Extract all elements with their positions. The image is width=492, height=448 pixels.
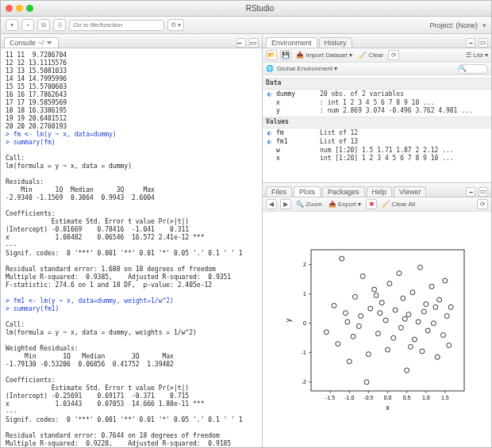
env-row[interactable]: wnum [1:20] 1.5 1.71 1.87 2 2.12 ... bbox=[267, 147, 486, 155]
plot-zoom-button[interactable]: 🔍 Zoom bbox=[294, 201, 324, 208]
svg-point-70 bbox=[374, 293, 379, 297]
svg-text:-2: -2 bbox=[302, 379, 306, 385]
tab-help[interactable]: Help bbox=[367, 186, 393, 197]
svg-point-47 bbox=[398, 325, 403, 330]
tab-environment[interactable]: Environment bbox=[266, 37, 317, 48]
svg-point-41 bbox=[383, 318, 388, 323]
main-toolbar: ▾ + ⧉ ⎙ ⚙ ▾ Project: (None) ▾ bbox=[1, 17, 491, 34]
pane-max-icon[interactable]: ▭ bbox=[479, 38, 488, 48]
env-row[interactable]: ◐fmList of 12 bbox=[267, 129, 486, 138]
svg-point-50 bbox=[406, 312, 411, 317]
svg-text:-1.5: -1.5 bbox=[325, 395, 335, 400]
svg-point-56 bbox=[424, 302, 429, 307]
env-tabstrip: Environment History ‒ ▭ bbox=[263, 34, 491, 48]
svg-text:-1: -1 bbox=[302, 350, 306, 355]
svg-point-29 bbox=[336, 342, 340, 347]
svg-point-36 bbox=[364, 380, 369, 385]
svg-text:2: 2 bbox=[303, 262, 306, 267]
window-title: RStudio bbox=[33, 4, 486, 13]
svg-point-30 bbox=[340, 256, 344, 261]
svg-point-61 bbox=[437, 297, 442, 302]
svg-point-58 bbox=[429, 284, 434, 289]
refresh-plot-button[interactable]: ⟳ bbox=[477, 199, 488, 209]
svg-point-33 bbox=[352, 294, 357, 299]
plot-next-button[interactable]: ▶ bbox=[280, 199, 291, 209]
list-mode-button[interactable]: ☰ List ▾ bbox=[466, 52, 488, 59]
svg-point-71 bbox=[408, 344, 413, 349]
svg-point-64 bbox=[444, 313, 449, 318]
plot-export-button[interactable]: 📤 Export ▾ bbox=[327, 201, 363, 208]
svg-point-59 bbox=[431, 321, 436, 326]
svg-point-55 bbox=[420, 349, 425, 354]
print-button[interactable]: ⎙ bbox=[53, 19, 66, 31]
console-output[interactable]: 11 11 9.7286704 12 12 13.1115576 13 13 1… bbox=[1, 48, 262, 447]
plots-tabstrip: FilesPlotsPackagesHelpViewer‒▭ bbox=[263, 183, 491, 197]
save-ws-button[interactable]: 💾 bbox=[280, 50, 291, 60]
svg-text:0.5: 0.5 bbox=[403, 395, 411, 400]
tab-console[interactable]: Console ~/ ⏷ bbox=[4, 37, 59, 48]
tab-files[interactable]: Files bbox=[266, 186, 292, 197]
tab-history[interactable]: History bbox=[319, 37, 352, 48]
env-row[interactable]: xint [1:20] 1 2 3 4 5 6 7 8 9 10 ... bbox=[267, 155, 486, 163]
plot-clear-button[interactable]: 🧹 Clear All bbox=[380, 201, 417, 208]
addins-button[interactable]: ⚙ ▾ bbox=[167, 19, 184, 31]
console-tabstrip: Console ~/ ⏷ ‒ ▭ bbox=[1, 34, 262, 48]
tab-packages[interactable]: Packages bbox=[322, 186, 365, 197]
svg-point-67 bbox=[351, 334, 356, 339]
svg-point-52 bbox=[412, 337, 417, 342]
pane-min-icon[interactable]: ‒ bbox=[236, 38, 246, 48]
pane-min-icon[interactable]: ‒ bbox=[466, 38, 475, 48]
minimize-icon[interactable] bbox=[16, 5, 23, 12]
env-scope[interactable]: Global Environment ▾ bbox=[277, 65, 338, 72]
clear-env-button[interactable]: 🧹 Clear bbox=[357, 52, 385, 59]
svg-text:1.0: 1.0 bbox=[422, 395, 430, 400]
globe-icon: 🌐 bbox=[266, 65, 274, 72]
env-scope-bar: 🌐 Global Environment ▾ bbox=[263, 63, 491, 75]
svg-text:1: 1 bbox=[303, 291, 306, 297]
titlebar: RStudio bbox=[1, 1, 491, 17]
pane-max-icon[interactable]: ▭ bbox=[249, 38, 259, 48]
pane-min-icon[interactable]: ‒ bbox=[466, 187, 475, 197]
import-dataset-button[interactable]: 📥 Import Dataset ▾ bbox=[294, 52, 354, 59]
refresh-env-button[interactable]: ⟳ bbox=[388, 50, 399, 60]
zoom-icon[interactable] bbox=[26, 5, 33, 12]
open-file-button[interactable]: + bbox=[21, 19, 34, 31]
project-label[interactable]: Project: (None) bbox=[429, 21, 478, 29]
env-row[interactable]: x: int 1 2 3 4 5 6 7 8 9 10 ... bbox=[267, 99, 486, 108]
svg-point-69 bbox=[366, 352, 371, 357]
new-file-button[interactable]: ▾ bbox=[6, 19, 18, 31]
load-ws-button[interactable]: 📂 bbox=[266, 50, 277, 60]
env-row[interactable]: ◐dummy20 obs. of 2 variables bbox=[267, 90, 486, 99]
save-button[interactable]: ⧉ bbox=[37, 19, 50, 31]
svg-text:-0.5: -0.5 bbox=[363, 395, 373, 400]
env-row[interactable]: y: num 2.869 3.074 -0.496 3.762 4.981 ..… bbox=[267, 107, 486, 116]
tab-plots[interactable]: Plots bbox=[294, 186, 321, 197]
tab-viewer[interactable]: Viewer bbox=[394, 186, 426, 197]
svg-point-76 bbox=[378, 311, 382, 316]
svg-point-35 bbox=[360, 274, 365, 278]
svg-point-37 bbox=[368, 306, 373, 311]
svg-point-34 bbox=[356, 324, 361, 328]
svg-point-27 bbox=[324, 330, 329, 335]
svg-point-74 bbox=[433, 304, 438, 309]
svg-text:1.5: 1.5 bbox=[441, 395, 449, 400]
goto-input[interactable] bbox=[69, 20, 164, 31]
env-row[interactable]: ◐fm1List of 13 bbox=[267, 138, 486, 147]
project-menu-icon[interactable]: ▾ bbox=[481, 21, 486, 29]
pane-max-icon[interactable]: ▭ bbox=[479, 187, 488, 197]
svg-point-40 bbox=[379, 301, 384, 305]
plot-prev-button[interactable]: ◀ bbox=[266, 199, 277, 209]
svg-point-68 bbox=[359, 313, 363, 318]
svg-text:y: y bbox=[284, 318, 292, 322]
env-search[interactable] bbox=[458, 64, 488, 74]
svg-point-49 bbox=[405, 368, 409, 373]
plot-remove-button[interactable]: ✖ bbox=[366, 199, 377, 209]
svg-point-48 bbox=[401, 296, 406, 301]
svg-point-53 bbox=[416, 320, 421, 324]
svg-point-73 bbox=[421, 309, 426, 314]
svg-point-60 bbox=[435, 354, 440, 359]
svg-text:-1.0: -1.0 bbox=[344, 395, 354, 400]
close-icon[interactable] bbox=[6, 5, 13, 12]
env-list[interactable]: Data◐dummy20 obs. of 2 variables x: int … bbox=[263, 75, 491, 182]
svg-point-66 bbox=[448, 304, 453, 309]
